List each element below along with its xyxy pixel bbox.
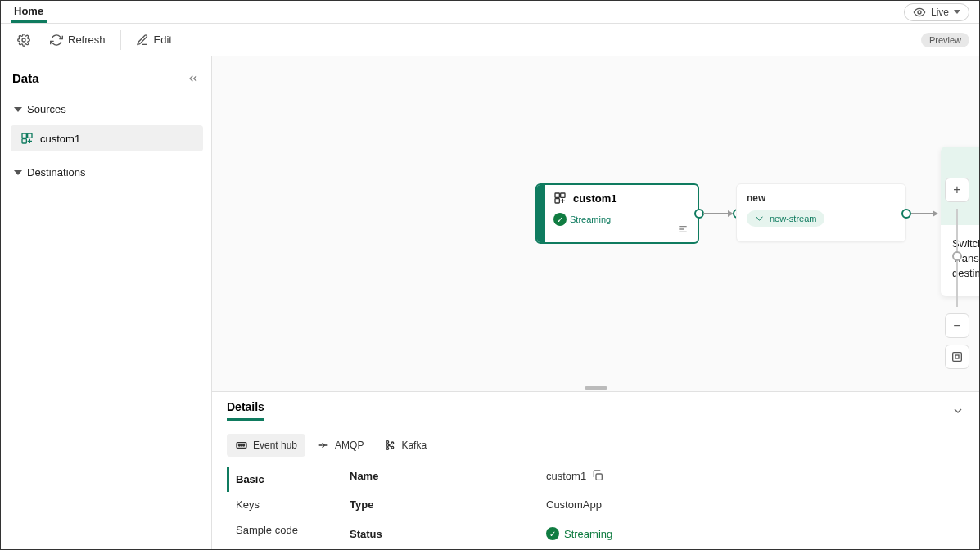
svg-point-1 xyxy=(22,38,25,42)
gear-icon xyxy=(17,34,30,47)
prop-name-value: custom1 xyxy=(546,470,586,482)
details-title[interactable]: Details xyxy=(227,400,264,421)
node-source-status: Streaming xyxy=(570,214,611,224)
connector-line xyxy=(703,213,731,214)
prop-status-label: Status xyxy=(350,528,546,540)
copy-icon[interactable] xyxy=(591,469,604,482)
status-check-icon: ✓ xyxy=(553,213,567,226)
svg-rect-7 xyxy=(555,199,559,203)
node-output-port[interactable] xyxy=(901,209,911,219)
svg-point-19 xyxy=(386,441,389,444)
svg-rect-2 xyxy=(22,133,26,138)
prop-type-value: CustomApp xyxy=(546,498,964,511)
arrow-head-icon xyxy=(933,210,938,217)
svg-rect-4 xyxy=(22,139,26,143)
svg-rect-24 xyxy=(596,474,602,480)
svg-rect-6 xyxy=(561,193,565,197)
node-stream-title: new xyxy=(747,192,896,204)
custom-app-icon xyxy=(553,192,567,205)
refresh-icon xyxy=(50,34,63,47)
refresh-button[interactable]: Refresh xyxy=(43,29,112,52)
tab-home[interactable]: Home xyxy=(11,2,47,23)
prop-status-value: Streaming xyxy=(564,528,612,540)
zoom-slider-knob[interactable] xyxy=(952,251,962,261)
side-tab-basic[interactable]: Basic xyxy=(227,467,333,492)
zoom-in-button[interactable]: + xyxy=(945,178,969,202)
proto-tab-label: AMQP xyxy=(335,440,364,451)
stream-icon xyxy=(755,214,765,223)
live-label: Live xyxy=(931,7,949,18)
proto-tab-kafka[interactable]: Kafka xyxy=(375,434,435,457)
refresh-label: Refresh xyxy=(68,34,106,46)
svg-point-18 xyxy=(243,444,245,446)
stream-pill[interactable]: new-stream xyxy=(747,210,824,227)
chevron-down-icon xyxy=(954,10,960,14)
custom-app-icon xyxy=(20,132,34,145)
svg-point-17 xyxy=(241,444,242,446)
prop-type-label: Type xyxy=(350,498,546,511)
eye-icon xyxy=(913,6,926,19)
live-mode-button[interactable]: Live xyxy=(904,3,969,21)
panel-resize-handle[interactable] xyxy=(212,385,979,391)
source-item-custom1[interactable]: custom1 xyxy=(11,125,203,151)
destinations-label: Destinations xyxy=(27,166,86,178)
node-source-title: custom1 xyxy=(573,192,616,205)
node-stream[interactable]: new new-stream xyxy=(736,183,906,242)
sidebar: Data Sources custom1 Destinations xyxy=(1,56,212,549)
svg-point-16 xyxy=(238,444,240,446)
svg-point-22 xyxy=(391,442,394,444)
divider xyxy=(120,30,121,50)
node-accent-bar xyxy=(537,185,545,242)
edit-icon xyxy=(136,34,149,47)
edit-button[interactable]: Edit xyxy=(129,29,178,52)
zoom-out-button[interactable]: − xyxy=(945,313,969,338)
status-check-icon: ✓ xyxy=(546,527,559,540)
zoom-slider[interactable] xyxy=(956,209,958,307)
svg-rect-5 xyxy=(555,193,559,197)
preview-badge: Preview xyxy=(921,33,969,47)
svg-point-21 xyxy=(386,444,389,447)
svg-rect-3 xyxy=(28,133,32,138)
destinations-group[interactable]: Destinations xyxy=(9,160,203,185)
svg-rect-13 xyxy=(953,353,962,362)
resize-grip-icon xyxy=(585,386,607,390)
kafka-icon xyxy=(383,439,396,452)
side-tab-keys[interactable]: Keys xyxy=(227,492,333,517)
fit-screen-button[interactable] xyxy=(945,345,969,369)
edit-label: Edit xyxy=(154,34,172,46)
chevron-down-icon xyxy=(14,170,22,175)
eventhub-icon xyxy=(235,439,248,452)
stream-pill-label: new-stream xyxy=(770,214,816,223)
source-item-label: custom1 xyxy=(40,133,80,145)
amqp-icon xyxy=(317,439,330,452)
svg-point-23 xyxy=(391,446,394,449)
proto-tab-eventhub[interactable]: Event hub xyxy=(227,434,305,457)
settings-button[interactable] xyxy=(11,29,37,52)
proto-tab-label: Event hub xyxy=(253,440,297,451)
list-icon[interactable] xyxy=(676,223,689,236)
sources-group[interactable]: Sources xyxy=(9,97,203,122)
collapse-icon[interactable] xyxy=(187,72,200,85)
svg-point-0 xyxy=(918,11,921,14)
proto-tab-label: Kafka xyxy=(401,440,427,451)
node-source[interactable]: custom1 ✓ Streaming xyxy=(535,183,699,244)
svg-rect-14 xyxy=(955,355,959,358)
proto-tab-amqp[interactable]: AMQP xyxy=(309,434,372,457)
chevron-down-icon[interactable] xyxy=(951,404,964,417)
chevron-down-icon xyxy=(14,107,22,112)
canvas[interactable]: custom1 ✓ Streaming new xyxy=(212,56,979,385)
side-tab-sample[interactable]: Sample code xyxy=(227,517,333,543)
details-panel: Details Event hub AMQP Kafka xyxy=(212,391,979,549)
svg-point-20 xyxy=(386,448,389,450)
prop-name-label: Name xyxy=(350,470,546,482)
fit-icon xyxy=(951,350,964,363)
sidebar-title: Data xyxy=(12,71,39,85)
sources-label: Sources xyxy=(27,103,66,115)
